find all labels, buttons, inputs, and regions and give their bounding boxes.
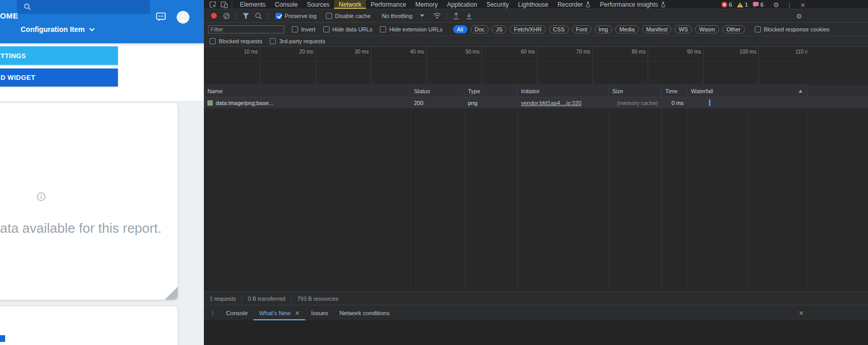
filter-pill-font[interactable]: Font [572, 25, 592, 33]
drawer-menu-icon[interactable]: ⋮ [207, 308, 218, 318]
user-avatar[interactable] [177, 11, 189, 24]
blocked-requests-checkbox[interactable]: Blocked requests [210, 38, 262, 44]
network-overview-timeline[interactable]: 10 ms20 ms30 ms40 ms50 ms60 ms70 ms80 ms… [204, 47, 807, 84]
devtools-tab-performance[interactable]: Performance [366, 0, 411, 9]
blocked-response-cookies-checkbox[interactable]: Blocked response cookies [755, 26, 830, 32]
clear-network-log-icon[interactable] [221, 11, 232, 21]
record-network-log-button[interactable] [208, 11, 219, 21]
import-har-icon[interactable] [450, 11, 462, 21]
close-devtools-icon[interactable]: × [798, 0, 807, 9]
checkbox-unchecked [292, 26, 298, 32]
preserve-log-checkbox[interactable]: Preserve log [275, 13, 317, 19]
add-widget-button[interactable]: D WIDGET [0, 68, 118, 87]
configuration-item-label: Configuration Item [21, 25, 84, 33]
filter-pill-wasm[interactable]: Wasm [695, 25, 719, 33]
disable-cache-checkbox[interactable]: Disable cache [326, 13, 371, 19]
devtools-tab-recorder[interactable]: Recorder [553, 0, 595, 9]
network-table-header: NameStatusTypeInitiatorSizeTimeWaterfall… [204, 85, 868, 97]
more-options-icon[interactable]: ⋮ [785, 0, 794, 9]
console-errors-badge[interactable]: 6 [721, 2, 732, 8]
disable-cache-label: Disable cache [335, 13, 371, 19]
network-conditions-icon[interactable] [431, 11, 443, 21]
timeline-gridline [426, 47, 427, 84]
close-drawer-icon[interactable]: × [798, 309, 804, 317]
drawer-tab-label: What's New [259, 310, 290, 316]
filter-pill-ws[interactable]: WS [674, 25, 692, 33]
console-warnings-badge[interactable]: 1 [737, 2, 748, 8]
throttling-value: No throttling [382, 13, 412, 19]
divider [236, 12, 236, 20]
feedback-chat-icon[interactable] [156, 12, 166, 22]
timeline-tick-label: 40 ms [390, 49, 424, 55]
column-header-size[interactable]: Size [609, 85, 662, 97]
configuration-item-dropdown[interactable]: Configuration Item [21, 25, 95, 33]
third-party-requests-checkbox[interactable]: 3rd-party requests [270, 38, 325, 44]
column-header-initiator[interactable]: Initiator [517, 85, 609, 97]
filter-pill-other[interactable]: Other [722, 25, 745, 33]
network-request-row[interactable]: data:image/png;base...200pngvendor.bfd1a… [204, 97, 868, 109]
request-name-cell: data:image/png;base... [204, 97, 410, 108]
export-har-icon[interactable] [463, 11, 475, 21]
settings-button[interactable]: TTINGS [0, 46, 118, 65]
drawer-tab-network-conditions[interactable]: Network conditions [334, 305, 395, 320]
filter-pill-js[interactable]: JS [492, 25, 507, 33]
issues-badge[interactable]: 6 [753, 2, 763, 8]
hide-data-urls-checkbox[interactable]: Hide data URLs [323, 26, 373, 32]
settings-gear-icon[interactable]: ⚙ [772, 0, 780, 9]
column-header-label: Name [207, 88, 222, 94]
timeline-tick-label: 10 ms [224, 49, 258, 55]
tab-label: Network [339, 1, 361, 8]
drawer-tab-what-s-new[interactable]: What's New× [253, 305, 305, 320]
devtools-tab-memory[interactable]: Memory [411, 0, 442, 9]
network-table-body: data:image/png;base...200pngvendor.bfd1a… [204, 97, 868, 291]
preserve-log-label: Preserve log [285, 13, 317, 19]
empty-report-message: ata available for this report. [0, 220, 162, 236]
warning-count: 1 [745, 2, 748, 8]
network-summary-bar: 1 requests0 B transferred793 B resources [204, 291, 868, 305]
devtools-tab-network[interactable]: Network [334, 0, 366, 9]
column-header-status[interactable]: Status [410, 85, 464, 97]
column-header-type[interactable]: Type [464, 85, 517, 97]
invert-checkbox[interactable]: Invert [292, 26, 316, 32]
home-nav-label[interactable]: OME [0, 11, 18, 20]
close-tab-icon[interactable]: × [294, 309, 300, 317]
column-separator [662, 97, 662, 291]
drawer-tab-issues[interactable]: Issues [305, 305, 334, 320]
initiator-link[interactable]: vendor.bfd1aa4....js:320 [521, 100, 581, 106]
hide-extension-urls-checkbox[interactable]: Hide extension URLs [380, 26, 442, 32]
request-size-cell: (memory cache) [609, 97, 662, 108]
column-header-name[interactable]: Name [204, 85, 410, 97]
issues-count: 6 [760, 2, 763, 8]
filter-pill-media[interactable]: Media [615, 25, 639, 33]
column-header-time[interactable]: Time [662, 85, 687, 97]
throttling-select[interactable]: No throttling [382, 13, 424, 19]
devtools-drawer: ⋮ ConsoleWhat's New×IssuesNetwork condit… [204, 305, 868, 320]
devtools-tab-performance-insights[interactable]: Performance insights [595, 0, 670, 9]
filter-icon[interactable] [240, 11, 251, 21]
divider [232, 1, 232, 8]
device-toolbar-icon[interactable] [218, 0, 230, 9]
filter-pill-img[interactable]: Img [595, 25, 612, 33]
network-filter-bar: Invert Hide data URLs Hide extension URL… [204, 23, 868, 36]
network-settings-gear-icon[interactable]: ⚙ [793, 11, 805, 21]
filter-pill-fetch-xhr[interactable]: Fetch/XHR [510, 25, 546, 33]
devtools-tab-sources[interactable]: Sources [302, 0, 334, 9]
filter-pill-all[interactable]: All [453, 25, 467, 33]
column-separator [464, 97, 465, 291]
devtools-tab-security[interactable]: Security [482, 0, 513, 9]
inspect-element-icon[interactable] [207, 0, 218, 9]
devtools-tab-application[interactable]: Application [442, 0, 482, 9]
devtools-tab-elements[interactable]: Elements [235, 0, 270, 9]
network-filter-input[interactable] [208, 25, 284, 33]
filter-pill-manifest[interactable]: Manifest [642, 25, 672, 33]
column-header-spacer [807, 85, 868, 97]
filter-pill-css[interactable]: CSS [549, 25, 569, 33]
drawer-tab-console[interactable]: Console [220, 305, 253, 320]
devtools-tab-console[interactable]: Console [270, 0, 302, 9]
devtools-tab-lighthouse[interactable]: Lighthouse [513, 0, 553, 9]
search-input[interactable] [17, 0, 150, 14]
column-separator [609, 97, 609, 291]
filter-pill-doc[interactable]: Doc [471, 25, 489, 33]
search-network-icon[interactable] [253, 11, 264, 21]
column-header-waterfall[interactable]: Waterfall▲ [687, 85, 807, 97]
